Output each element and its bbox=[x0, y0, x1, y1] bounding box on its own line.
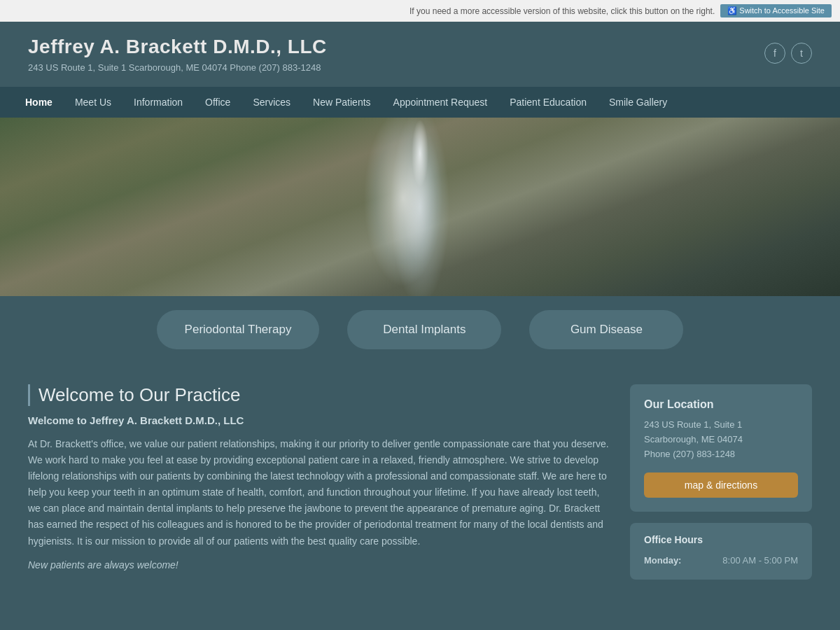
welcome-body: At Dr. Brackett's office, we value our p… bbox=[28, 436, 609, 550]
location-address-line1: 243 US Route 1, Suite 1 bbox=[644, 418, 798, 433]
location-card: Our Location 243 US Route 1, Suite 1 Sca… bbox=[630, 384, 812, 512]
gum-disease-button[interactable]: Gum Disease bbox=[529, 310, 683, 349]
accessibility-text: If you need a more accessible version of… bbox=[410, 6, 715, 16]
site-address: 243 US Route 1, Suite 1 Scarborough, ME … bbox=[28, 62, 327, 73]
welcome-subtitle: Welcome to Jeffrey A. Brackett D.M.D., L… bbox=[28, 414, 609, 426]
hours-monday: Monday: 8:00 AM - 5:00 PM bbox=[644, 552, 798, 568]
nav-smile-gallery[interactable]: Smile Gallery bbox=[598, 87, 678, 118]
accessible-site-button[interactable]: ♿ Switch to Accessible Site bbox=[720, 4, 832, 18]
dental-implants-button[interactable]: Dental Implants bbox=[347, 310, 501, 349]
nav-home[interactable]: Home bbox=[14, 87, 64, 118]
hours-section: Office Hours Monday: 8:00 AM - 5:00 PM bbox=[630, 523, 812, 580]
welcome-title: Welcome to Our Practice bbox=[28, 384, 609, 406]
hours-title: Office Hours bbox=[644, 534, 798, 545]
site-title: Jeffrey A. Brackett D.M.D., LLC bbox=[28, 36, 327, 58]
site-header: Jeffrey A. Brackett D.M.D., LLC 243 US R… bbox=[0, 22, 840, 87]
main-content: Welcome to Our Practice Welcome to Jeffr… bbox=[0, 363, 840, 601]
nav-meet-us[interactable]: Meet Us bbox=[64, 87, 122, 118]
nav-new-patients[interactable]: New Patients bbox=[302, 87, 382, 118]
content-left: Welcome to Our Practice Welcome to Jeffr… bbox=[28, 384, 609, 580]
hours-monday-time: 8:00 AM - 5:00 PM bbox=[722, 555, 798, 566]
nav-information[interactable]: Information bbox=[122, 87, 194, 118]
facebook-icon[interactable]: f bbox=[764, 43, 785, 64]
periodontal-therapy-button[interactable]: Periodontal Therapy bbox=[157, 310, 320, 349]
nav-appointment[interactable]: Appointment Request bbox=[382, 87, 499, 118]
location-phone: Phone (207) 883-1248 bbox=[644, 447, 798, 462]
accessibility-bar: If you need a more accessible version of… bbox=[0, 0, 840, 22]
hours-monday-day: Monday: bbox=[644, 555, 681, 566]
feature-buttons-section: Periodontal Therapy Dental Implants Gum … bbox=[0, 296, 840, 363]
hero-image bbox=[0, 118, 840, 296]
sidebar: Our Location 243 US Route 1, Suite 1 Sca… bbox=[630, 384, 812, 580]
map-directions-button[interactable]: map & directions bbox=[644, 472, 798, 498]
location-title: Our Location bbox=[644, 398, 798, 411]
nav-services[interactable]: Services bbox=[241, 87, 302, 118]
social-icons: f t bbox=[764, 43, 812, 64]
twitter-icon[interactable]: t bbox=[791, 43, 812, 64]
hero-waterfall-bg bbox=[0, 118, 840, 296]
nav-office[interactable]: Office bbox=[194, 87, 241, 118]
main-nav: Home Meet Us Information Office Services… bbox=[0, 87, 840, 118]
nav-patient-education[interactable]: Patient Education bbox=[498, 87, 598, 118]
location-address: 243 US Route 1, Suite 1 Scarborough, ME … bbox=[644, 418, 798, 461]
header-info: Jeffrey A. Brackett D.M.D., LLC 243 US R… bbox=[28, 36, 327, 73]
new-patients-text: New patients are always welcome! bbox=[28, 559, 609, 570]
location-address-line2: Scarborough, ME 04074 bbox=[644, 433, 798, 447]
